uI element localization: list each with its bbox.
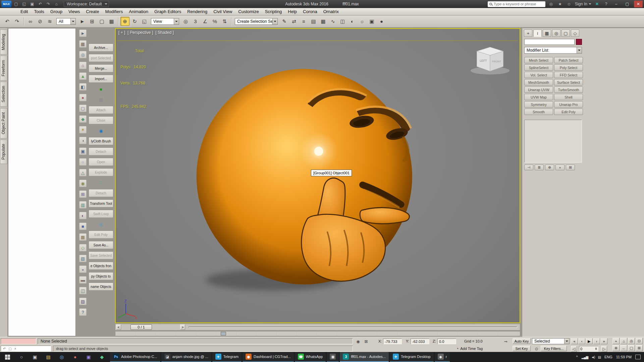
redo-icon[interactable]: ↷ [45, 1, 52, 7]
tool-button[interactable]: ∷ [89, 179, 113, 187]
next-frame-arrow[interactable]: ▷ [601, 346, 607, 352]
new-scene-icon[interactable]: ▢ [13, 1, 19, 7]
prev-frame-arrow[interactable]: ◁ [571, 346, 577, 352]
playback-button[interactable]: ‹ [578, 338, 585, 344]
align-icon[interactable]: ≡ [299, 17, 308, 26]
tool-button[interactable]: ◉ [89, 127, 113, 135]
menu-item[interactable]: Group [47, 8, 65, 15]
tool-icon[interactable]: ■ [79, 223, 87, 230]
object-name-field[interactable] [524, 39, 575, 45]
modifier-button[interactable]: Mesh Select [524, 57, 553, 63]
tool-button[interactable]: Close [89, 116, 113, 124]
tool-button[interactable]: Transform Tool [89, 199, 113, 207]
perspective-viewport[interactable]: [ + ] [ Perspective ] [ Shaded ] Total P… [116, 29, 520, 322]
named-selection-set-dropdown[interactable]: Create Selection Se [235, 18, 278, 25]
tool-icon[interactable]: ⊞ [79, 190, 87, 198]
tool-icon[interactable]: ◧ [79, 83, 87, 90]
tool-icon[interactable]: ▦ [79, 40, 87, 48]
viewport-nav-button[interactable]: ⊕ [612, 345, 620, 351]
tool-button[interactable]: port Selected [89, 54, 113, 62]
communication-center-icon[interactable]: ◎ [548, 1, 554, 7]
tool-icon[interactable]: ▢ [79, 105, 87, 112]
autodesk-x-icon[interactable]: ✕ [594, 1, 600, 7]
select-and-move-icon[interactable]: ⊕ [120, 17, 129, 26]
tool-icon[interactable]: ⌂ [79, 62, 87, 69]
viewport-menu-plus[interactable]: [ + ] [118, 30, 125, 35]
pinned-app-icon[interactable]: ▤ [42, 352, 55, 362]
modifier-button[interactable]: Unwrap UVW [524, 86, 553, 93]
curve-editor-icon[interactable]: ∿ [328, 17, 337, 26]
coord-x-field[interactable]: -79.733 [383, 339, 402, 344]
create-tab[interactable]: + [524, 29, 532, 37]
tool-icon[interactable]: ▧ [79, 255, 87, 262]
stack-tool-button[interactable]: ⊕ [545, 165, 554, 170]
menu-item[interactable]: Ornatrix [320, 8, 342, 15]
tool-button[interactable]: Explode [89, 168, 113, 176]
menu-item[interactable]: Civil View [210, 8, 235, 15]
selection-region-icon[interactable]: ▢ [97, 17, 106, 26]
track-bar[interactable] [115, 331, 520, 336]
viewport-nav-button[interactable]: ⌂ [620, 338, 627, 344]
tool-icon[interactable]: ? [79, 308, 87, 316]
time-slider-next[interactable]: > [180, 324, 185, 330]
playback-button[interactable]: « [571, 338, 578, 344]
tool-button[interactable]: ■ [89, 85, 113, 93]
tool-button[interactable]: Detach [89, 189, 113, 197]
schematic-view-icon[interactable]: ◫ [338, 17, 347, 26]
tool-icon[interactable]: ◎ [79, 51, 87, 58]
viewport-nav-button[interactable]: ▢ [628, 345, 635, 351]
tool-icon[interactable]: ◐ [79, 212, 87, 219]
set-key-mode-icon[interactable]: ⊸ [502, 339, 509, 345]
select-and-scale-icon[interactable]: ◱ [140, 17, 149, 26]
material-editor-icon[interactable]: ◐ [348, 17, 357, 26]
help-icon[interactable]: ? [603, 1, 609, 7]
maxscript-mini-listener-pink[interactable] [1, 338, 36, 344]
snaps-toggle-icon[interactable]: 3 [191, 17, 200, 26]
app-menu-button[interactable]: MAX [1, 1, 11, 7]
viewport-nav-button[interactable]: ⊡ [636, 338, 643, 344]
viewport-nav-button[interactable]: ◎ [628, 338, 635, 344]
tool-icon[interactable]: ▩ [79, 233, 87, 241]
undo-icon[interactable]: ↶ [3, 17, 12, 26]
layer-manager-icon[interactable]: ▤ [309, 17, 318, 26]
modifier-button[interactable]: Poly Select [554, 64, 583, 71]
taskbar-app-3dsmax[interactable]: 3 fff01.max - Autodes... [340, 352, 389, 362]
spinner-snap-icon[interactable]: ⇅ [220, 17, 229, 26]
set-key-button[interactable]: Set Key [513, 346, 531, 351]
viewcube-left-face[interactable]: LEFT [480, 59, 487, 62]
render-setup-icon[interactable]: ☼ [358, 17, 367, 26]
modifier-button[interactable]: UVW Map [524, 94, 553, 100]
coord-y-field[interactable]: -62.033 [411, 339, 429, 344]
ribbon-toggle-icon[interactable]: ▦ [319, 17, 328, 26]
tool-button[interactable]: e Objects fron [89, 262, 113, 270]
unlink-selection-icon[interactable]: ⊘ [36, 17, 45, 26]
tool-icon[interactable]: ◑ [79, 137, 87, 144]
tool-icon[interactable]: ▨ [79, 298, 87, 305]
selection-lock-icon[interactable]: ⊠ [363, 339, 369, 345]
start-button[interactable] [0, 352, 15, 362]
menu-item[interactable]: Edit [17, 8, 31, 15]
percent-snap-icon[interactable]: % [210, 17, 219, 26]
key-filters-button[interactable]: Key Filters... [541, 346, 567, 351]
tool-button[interactable]: Attach [89, 106, 113, 114]
menu-item[interactable]: Modifiers [102, 8, 126, 15]
viewport-nav-button[interactable]: ⇔ [620, 345, 627, 351]
tool-button[interactable]: Detach [89, 147, 113, 156]
volume-icon[interactable]: ◄) [591, 355, 595, 359]
time-slider-track[interactable] [189, 326, 517, 328]
playback-button[interactable]: » [600, 338, 607, 344]
tool-button[interactable]: Save Selected [89, 251, 113, 259]
modifier-button[interactable]: Edit Poly [554, 109, 583, 115]
modifier-button[interactable]: SplineSelect [524, 64, 553, 71]
edit-named-selections-icon[interactable]: ✎ [280, 17, 289, 26]
menu-item[interactable]: Views [65, 8, 83, 15]
pinned-app-icon[interactable]: ● [68, 352, 82, 362]
add-time-tag[interactable]: ◔ Add Time Tag [456, 346, 483, 351]
menu-item[interactable]: Create [83, 8, 102, 15]
isolate-selection-icon[interactable]: ◉ [355, 339, 361, 345]
selection-filter-dropdown[interactable]: All [56, 18, 76, 25]
sign-in-button[interactable]: Sign In [575, 2, 591, 6]
viewport-menu-shading[interactable]: [ Shaded ] [155, 30, 174, 35]
viewcube-front-face[interactable]: FRONT [492, 60, 501, 63]
time-slider[interactable]: 0 / 1 [130, 324, 152, 330]
